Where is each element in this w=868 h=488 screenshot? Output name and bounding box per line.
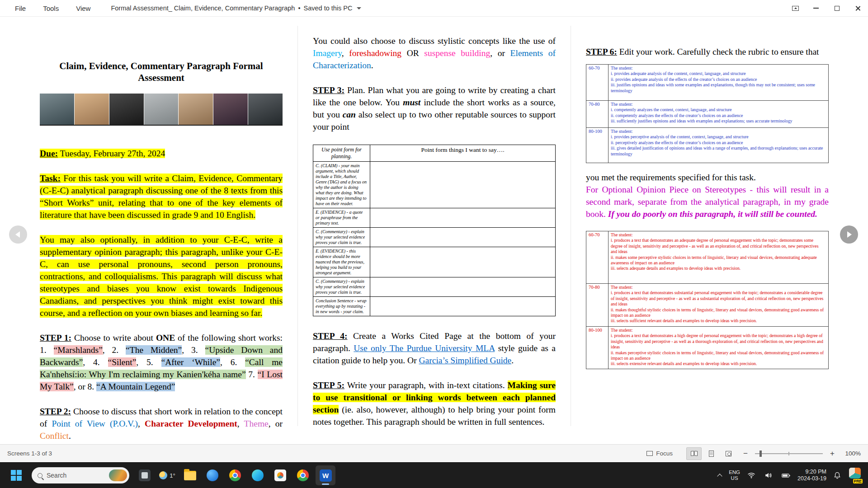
rubric-continuation-text: you met the requirements specified for t…	[586, 171, 829, 183]
wifi-button[interactable]	[745, 470, 757, 480]
text-segment: You may also optionally, in addition to …	[40, 235, 283, 318]
rubric-score-cell: 60-70	[586, 231, 609, 284]
garcias-guide-link[interactable]: Garcia’s Simplified Guide	[419, 356, 512, 365]
rubric-score-cell: 60-70	[586, 65, 609, 101]
text-segment: ,	[138, 419, 145, 428]
chrome-profile-button[interactable]	[293, 465, 313, 485]
text-segment: .	[511, 356, 514, 365]
chevron-down-icon[interactable]	[357, 7, 361, 9]
author-photo	[248, 94, 283, 125]
text-segment: , 2.	[103, 345, 126, 355]
print-layout-button[interactable]	[703, 447, 719, 460]
view-switcher	[686, 447, 736, 460]
ribbon-display-options-button[interactable]	[785, 0, 806, 17]
text-segment: Character Development	[145, 419, 237, 428]
plan-row-claim: C. (CLAIM) - your main argument, which s…	[313, 162, 556, 208]
menu-view[interactable]: View	[67, 5, 99, 12]
next-screen-button[interactable]	[840, 225, 858, 244]
text-segment: “The Midden”	[126, 345, 182, 355]
plan-label-cell: E. (EVIDENCE) - a quote or paraphrase fr…	[313, 208, 370, 228]
plan-label-cell: E. (EVIDENCE) - this evidence should be …	[313, 247, 370, 277]
battery-button[interactable]	[780, 471, 792, 480]
start-button[interactable]	[6, 465, 26, 485]
plan-value-cell	[370, 247, 556, 277]
language-line-1: ENG	[729, 469, 740, 475]
language-indicator[interactable]: ENG US	[729, 469, 740, 481]
close-button[interactable]	[847, 0, 868, 17]
zoom-out-button[interactable]: −	[742, 449, 749, 458]
file-explorer-button[interactable]	[180, 465, 200, 485]
maximize-button[interactable]	[826, 0, 847, 17]
rubric-row: 60-70 The student: i. provides adequate …	[586, 65, 829, 101]
white-app-button[interactable]	[270, 465, 290, 485]
text-segment: Imagery	[313, 48, 342, 58]
text-segment: suspense building	[424, 48, 490, 58]
zoom-slider-center-tick	[788, 452, 789, 455]
column-separator	[571, 26, 571, 426]
blue-app-button[interactable]	[203, 465, 222, 485]
step6-paragraph: STEP 6: Edit your work. Carefully check …	[586, 46, 829, 58]
text-segment: Due:	[40, 149, 58, 158]
text-segment: , 5.	[136, 357, 161, 367]
previous-arrow-icon	[15, 231, 20, 238]
rubric-score-cell: 70-80	[586, 284, 609, 327]
taskbar-clock[interactable]: 9:20 PM 2024-03-19	[797, 469, 826, 482]
language-line-2: US	[731, 475, 738, 481]
text-segment: , or	[269, 419, 283, 428]
rubric-criteria-cell: The student: i. produces a text that dem…	[609, 284, 829, 327]
minimize-button[interactable]	[806, 0, 826, 17]
plan-row-evidence-1: E. (EVIDENCE) - a quote or paraphrase fr…	[313, 208, 556, 228]
text-segment: “Marshlands”	[54, 345, 103, 355]
weather-temperature: 1°	[170, 472, 175, 479]
pinned-app-button[interactable]	[135, 465, 155, 485]
plan-value-cell	[370, 208, 556, 228]
title-separator: •	[298, 5, 300, 12]
save-status[interactable]: Saved to this PC	[304, 5, 353, 12]
plan-label-cell: Conclusion Sentence - wrap everything up…	[313, 297, 370, 316]
volume-button[interactable]	[763, 470, 774, 480]
weather-widget-button[interactable]: 1°	[157, 465, 177, 485]
rubric-row: 70-80 The student: i. competently analyz…	[586, 101, 829, 128]
rubric-row: 80-100 The student: i. provides percepti…	[586, 128, 829, 163]
search-highlight-image[interactable]	[109, 469, 127, 481]
text-segment: Theme	[244, 419, 269, 428]
taskbar-search[interactable]: Search	[32, 467, 129, 483]
rubric-row: 80-100 The student: i. produces a text t…	[586, 327, 829, 369]
text-segment: STEP 1:	[40, 333, 71, 343]
document-read-view: Claim, Evidence, Commentary Paragraph Fo…	[0, 17, 868, 444]
notification-button[interactable]	[832, 470, 843, 481]
menu-tools[interactable]: Tools	[34, 5, 67, 12]
text-segment: For this task you will write a Claim, Ev…	[40, 174, 283, 220]
screens-indicator[interactable]: Screens 1-3 of 3	[7, 450, 52, 457]
tray-app-button[interactable]: PRE	[848, 468, 862, 483]
read-mode-button[interactable]	[686, 447, 702, 460]
zoom-slider-thumb[interactable]	[760, 450, 762, 457]
purdue-mla-link[interactable]: Use only The Purdue University MLA	[354, 343, 495, 353]
web-layout-button[interactable]	[721, 447, 736, 460]
hidden-icons-button[interactable]	[716, 471, 723, 480]
rubric-score-cell: 70-80	[586, 101, 609, 128]
battery-icon	[782, 473, 790, 478]
gray-app-icon	[139, 469, 151, 481]
word-button[interactable]	[316, 465, 335, 485]
chrome-button[interactable]	[225, 465, 245, 485]
plan-value-cell	[370, 228, 556, 247]
pre-badge: PRE	[853, 479, 863, 483]
author-photo	[40, 94, 74, 125]
previous-screen-button[interactable]	[9, 225, 27, 244]
text-segment: .	[69, 431, 71, 441]
ribbon-display-icon	[792, 6, 799, 11]
zoom-level[interactable]: 100%	[842, 450, 861, 457]
zoom-slider[interactable]	[755, 450, 823, 457]
zoom-in-button[interactable]: +	[829, 449, 835, 458]
web-layout-icon	[726, 451, 731, 456]
text-segment: “After ‘While”	[161, 357, 220, 367]
text-segment: ,	[237, 419, 244, 428]
minimize-icon	[813, 8, 819, 9]
author-photo	[178, 94, 213, 125]
edge-button[interactable]	[248, 465, 268, 485]
menu-file[interactable]: File	[6, 5, 34, 12]
focus-button[interactable]: Focus	[646, 450, 673, 457]
text-segment: .	[371, 61, 373, 70]
search-icon	[38, 473, 42, 478]
